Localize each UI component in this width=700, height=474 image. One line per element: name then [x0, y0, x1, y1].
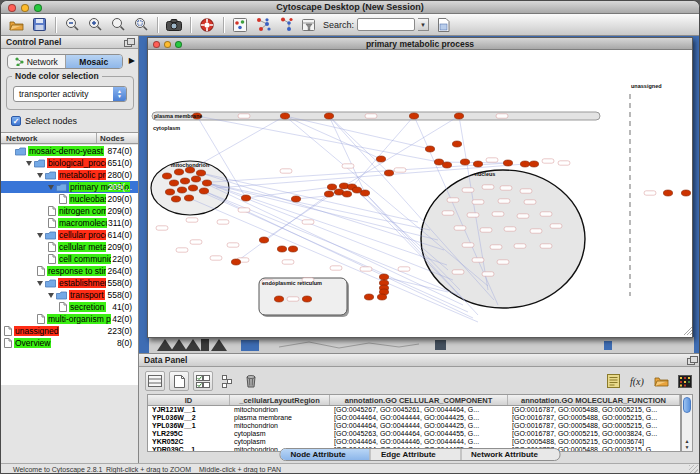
graph-node[interactable] [681, 190, 690, 196]
resize-grip-icon[interactable] [689, 465, 698, 474]
graph-node[interactable] [241, 195, 250, 201]
minimize-network-icon[interactable] [164, 41, 171, 48]
graph-node[interactable] [288, 246, 297, 252]
graph-node[interactable] [280, 113, 289, 119]
close-window-icon[interactable] [8, 4, 16, 12]
tree-row[interactable]: transport558(0) [1, 289, 138, 301]
graph-node[interactable] [520, 161, 529, 167]
graph-node[interactable] [184, 195, 193, 201]
minimize-window-icon[interactable] [21, 4, 29, 12]
table-row[interactable]: YPL036W__2plasma membrane[GO:0044464, GO… [148, 414, 680, 422]
attribute-table[interactable]: ID_cellularLayoutRegionannotation.GO CEL… [147, 394, 681, 452]
network-view-window[interactable]: primary metabolic process plasma membran… [147, 37, 693, 338]
graph-node[interactable] [379, 274, 388, 280]
save-icon[interactable] [30, 16, 48, 34]
tree-row[interactable]: cellular process614(0) [1, 229, 138, 241]
scrollbar-thumb[interactable] [683, 397, 691, 413]
tree-row[interactable]: nucleobase-209(0) [1, 193, 138, 205]
graph-node[interactable] [529, 161, 538, 167]
search-input[interactable] [357, 18, 415, 31]
tree-row[interactable]: Overview8(0) [1, 337, 138, 349]
tree-row[interactable]: cell communicat22(0) [1, 253, 138, 265]
graph-node[interactable] [199, 188, 208, 194]
tree-row[interactable]: nitrogen compo209(0) [1, 205, 138, 217]
tree-row[interactable]: response to stimulu264(0) [1, 265, 138, 277]
graph-node[interactable] [473, 161, 482, 167]
tab-edge-attribute-browser[interactable]: Edge Attribute Browser [371, 449, 461, 460]
tab-network[interactable]: Network [8, 55, 66, 68]
tree-row[interactable]: biological_process651(0) [1, 157, 138, 169]
graph-node[interactable] [376, 156, 385, 162]
table-row[interactable]: YJR121W__1mitochondrion[GO:0045267, GO:0… [148, 406, 680, 414]
expand-twisty-icon[interactable] [37, 281, 43, 286]
network-canvas[interactable]: plasma membranecytoplasmmitochondrionnuc… [148, 50, 692, 337]
scrollbar-arrows-icon[interactable]: ▲▼ [682, 438, 692, 450]
graph-node[interactable] [409, 113, 418, 119]
app-titlebar[interactable]: Cytoscape Desktop (New Session) [1, 1, 699, 14]
snapshot-camera-icon[interactable] [165, 16, 183, 34]
graph-node[interactable] [277, 246, 286, 252]
graph-node[interactable] [274, 296, 283, 302]
expand-twisty-icon[interactable] [48, 185, 54, 190]
column-header[interactable]: _cellularLayoutRegion [230, 395, 330, 405]
graph-node[interactable] [162, 173, 171, 179]
graph-node[interactable] [177, 187, 186, 193]
tree-row[interactable]: mosaic-demo-yeast874(0) [1, 145, 138, 157]
expand-twisty-icon[interactable] [26, 161, 32, 166]
open-file-icon[interactable] [7, 16, 25, 34]
column-header[interactable]: ID [148, 395, 230, 405]
tab-mosaic[interactable]: Mosaic [66, 55, 123, 68]
graph-node[interactable] [425, 146, 434, 152]
ontology-network-icon[interactable] [277, 16, 295, 34]
graph-node[interactable] [364, 294, 373, 300]
annotation-network-icon[interactable] [254, 16, 272, 34]
tree-row[interactable]: establishment of lo558(0) [1, 277, 138, 289]
table-vertical-scrollbar[interactable]: ▲▼ [681, 394, 693, 452]
attribute-grid-icon[interactable] [145, 371, 165, 391]
tree-row[interactable]: cellular metabo209(0) [1, 241, 138, 253]
tree-row[interactable]: primary metabo209(... [1, 181, 138, 193]
zoom-selected-icon[interactable] [109, 16, 127, 34]
graph-svg[interactable]: plasma membranecytoplasmmitochondrionnuc… [148, 50, 692, 337]
search-dropdown-arrow-icon[interactable]: ▼ [418, 18, 429, 31]
graph-node[interactable] [169, 180, 178, 186]
tree-row[interactable]: secretion41(0) [1, 301, 138, 313]
graph-node[interactable] [180, 178, 189, 184]
color-attribute-dropdown[interactable]: transporter activity ▲▼ [13, 86, 127, 102]
search-config-icon[interactable] [434, 16, 452, 34]
graph-node[interactable] [291, 196, 300, 202]
tab-overflow-icon[interactable]: ▶ [129, 56, 135, 65]
graph-node[interactable] [503, 160, 512, 166]
tree-row[interactable]: macromolecule311(0) [1, 217, 138, 229]
graph-node[interactable] [202, 180, 211, 186]
network-window-titlebar[interactable]: primary metabolic process [148, 38, 692, 50]
graph-node[interactable] [171, 196, 180, 202]
graph-node[interactable] [259, 237, 268, 243]
graph-node[interactable] [188, 185, 197, 191]
graph-node[interactable] [442, 162, 451, 168]
tree-row[interactable]: metabolic process280(0) [1, 169, 138, 181]
tab-node-attribute-browser[interactable]: Node Attribute Browser [281, 449, 371, 460]
float-data-panel-icon[interactable] [687, 356, 696, 364]
zoom-fit-icon[interactable] [132, 16, 150, 34]
tab-network-attribute-browser[interactable]: Network Attribute Browser [461, 449, 559, 460]
notes-icon[interactable] [603, 371, 623, 391]
expand-twisty-icon[interactable] [48, 293, 54, 298]
table-row[interactable]: YLR295Ccytoplasm[GO:0045263, GO:0044464,… [148, 430, 680, 438]
zoom-out-icon[interactable] [63, 16, 81, 34]
delete-attribute-icon[interactable] [241, 371, 261, 391]
expand-twisty-icon[interactable] [37, 173, 43, 178]
graph-node[interactable] [324, 191, 333, 197]
graph-node[interactable] [327, 184, 336, 190]
vizmapper-icon[interactable] [231, 16, 249, 34]
heatmap-icon[interactable] [675, 371, 695, 391]
graph-node[interactable] [339, 183, 348, 189]
new-attribute-icon[interactable] [169, 371, 189, 391]
column-header[interactable]: annotation.GO MOLECULAR_FUNCTION [508, 395, 680, 405]
zoom-network-icon[interactable] [175, 41, 182, 48]
zoom-in-icon[interactable] [86, 16, 104, 34]
graph-node[interactable] [452, 141, 461, 147]
table-row[interactable]: YKR052Ccytoplasm[GO:0044464, GO:0044446,… [148, 438, 680, 446]
graph-node[interactable] [191, 176, 200, 182]
graph-node[interactable] [377, 294, 386, 300]
